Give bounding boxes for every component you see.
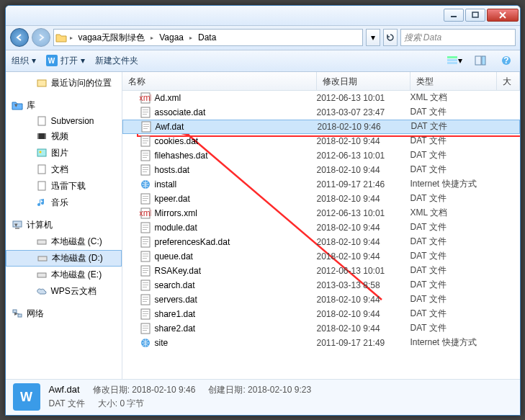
file-row[interactable]: Awf.dat2018-02-10 9:46DAT 文件 <box>122 120 520 134</box>
svg-rect-37 <box>143 126 149 127</box>
svg-rect-89 <box>143 330 147 331</box>
svg-rect-6 <box>447 62 457 64</box>
column-name[interactable]: 名称 <box>122 72 317 90</box>
file-row[interactable]: install2011-09-17 21:46Internet 快捷方式 <box>122 177 520 192</box>
sidebar-header-library[interactable]: ▾库 <box>6 97 122 114</box>
status-size: 0 字节 <box>120 398 144 408</box>
minimize-button[interactable] <box>444 9 464 22</box>
crumb-0[interactable]: vagaa无限制绿色 <box>76 32 148 44</box>
crumb-1[interactable]: Vagaa <box>156 32 187 43</box>
sidebar-item-drive-c[interactable]: 本地磁盘 (C:) <box>6 233 122 250</box>
file-row[interactable]: search.dat2013-03-13 8:58DAT 文件 <box>122 278 520 292</box>
view-options-button[interactable]: ▾ <box>447 53 462 68</box>
sidebar-item-drive-d[interactable]: 本地磁盘 (D:) <box>6 250 122 267</box>
sidebar-item-thunder[interactable]: 迅雷下载 <box>6 178 122 195</box>
file-icon: xml <box>140 207 151 219</box>
svg-rect-87 <box>143 326 148 326</box>
file-name: Ad.xml <box>155 93 181 103</box>
breadcrumb[interactable]: ▸ vagaa无限制绿色 ▸ Vagaa ▸ Data <box>53 29 363 46</box>
chevron-down-icon: ▾ <box>81 55 85 66</box>
svg-rect-4 <box>447 56 457 58</box>
svg-rect-12 <box>38 117 45 125</box>
file-date: 2018-02-10 9:44 <box>317 309 410 319</box>
crumb-2[interactable]: Data <box>195 32 219 43</box>
file-type: DAT 文件 <box>410 149 519 161</box>
new-folder-button[interactable]: 新建文件夹 <box>95 55 138 67</box>
close-button[interactable] <box>487 9 519 22</box>
back-button[interactable] <box>10 28 29 47</box>
svg-rect-45 <box>143 155 148 156</box>
preview-pane-button[interactable] <box>472 53 488 68</box>
expand-icon[interactable]: ▾ <box>14 221 18 228</box>
sidebar-item-music[interactable]: 音乐 <box>6 195 122 211</box>
expand-icon[interactable]: ▾ <box>14 102 18 109</box>
file-icon <box>140 265 151 277</box>
explorer-window: ▸ vagaa无限制绿色 ▸ Vagaa ▸ Data ▾ 搜索 Data 组织… <box>5 5 521 416</box>
file-row[interactable]: filehashes.dat2012-06-13 10:01DAT 文件 <box>122 148 520 163</box>
svg-rect-1 <box>472 12 478 17</box>
help-button[interactable]: ? <box>498 53 514 68</box>
file-list[interactable]: xmlAd.xml2012-06-13 10:01XML 文档associate… <box>122 91 520 379</box>
refresh-button[interactable] <box>383 29 398 46</box>
file-icon <box>140 193 151 205</box>
organize-menu[interactable]: 组织 ▾ <box>12 55 36 67</box>
maximize-button[interactable] <box>465 9 485 22</box>
file-type: DAT 文件 <box>410 308 519 320</box>
file-name: install <box>155 179 177 189</box>
svg-rect-15 <box>45 133 46 139</box>
chevron-right-icon: ▸ <box>70 35 73 41</box>
file-row[interactable]: cookies.dat2018-02-10 9:44DAT 文件 <box>122 134 520 148</box>
sidebar-item-videos[interactable]: 视频 <box>6 128 122 145</box>
file-row[interactable]: site2011-09-17 21:49Internet 快捷方式 <box>122 336 520 350</box>
column-type[interactable]: 类型 <box>410 72 497 90</box>
sidebar-item-drive-e[interactable]: 本地磁盘 (E:) <box>6 267 122 283</box>
sidebar-item-documents[interactable]: 文档 <box>6 161 122 178</box>
svg-rect-73 <box>143 272 147 273</box>
sidebar-item-recent[interactable]: 最近访问的位置 <box>6 75 122 91</box>
file-row[interactable]: servers.dat2018-02-10 9:44DAT 文件 <box>122 292 520 307</box>
svg-rect-42 <box>143 143 147 143</box>
file-row[interactable]: xmlAd.xml2012-06-13 10:01XML 文档 <box>122 91 520 105</box>
file-row[interactable]: share2.dat2018-02-10 9:44DAT 文件 <box>122 321 520 336</box>
column-size[interactable]: 大 <box>497 72 520 90</box>
svg-text:xml: xml <box>140 93 151 103</box>
search-input[interactable]: 搜索 Data <box>400 29 516 46</box>
file-type: DAT 文件 <box>410 279 519 291</box>
file-type: DAT 文件 <box>410 250 519 262</box>
file-row[interactable]: kpeer.dat2018-02-10 9:44DAT 文件 <box>122 192 520 206</box>
svg-rect-38 <box>143 128 148 129</box>
sidebar-item-subversion[interactable]: Subversion <box>6 114 122 128</box>
file-row[interactable]: xmlMirrors.xml2012-06-13 10:01XML 文档 <box>122 206 520 220</box>
file-name: Mirrors.xml <box>155 208 197 218</box>
file-row[interactable]: preferencesKad.dat2018-02-10 9:44DAT 文件 <box>122 235 520 249</box>
file-row[interactable]: associate.dat2013-03-07 23:47DAT 文件 <box>122 105 520 120</box>
svg-rect-80 <box>143 299 148 300</box>
open-icon: W <box>46 55 58 66</box>
open-button[interactable]: W 打开 ▾ <box>46 55 85 67</box>
sidebar-header-computer[interactable]: ▾计算机 <box>6 217 122 233</box>
svg-rect-61 <box>143 229 147 230</box>
file-row[interactable]: share1.dat2018-02-10 9:44DAT 文件 <box>122 307 520 321</box>
svg-rect-63 <box>143 239 148 240</box>
music-icon <box>36 197 48 207</box>
sidebar-item-images[interactable]: 图片 <box>6 145 122 161</box>
file-name: search.dat <box>155 280 195 290</box>
navigation-pane[interactable]: 最近访问的位置 ▾库 Subversion 视频 图片 文档 迅雷下载 音乐 ▾… <box>6 72 122 379</box>
forward-button[interactable] <box>32 28 50 47</box>
history-dropdown[interactable]: ▾ <box>366 29 380 46</box>
download-icon <box>36 181 48 191</box>
column-headers: 名称 修改日期 类型 大 <box>122 72 520 91</box>
file-type: DAT 文件 <box>410 135 519 147</box>
svg-rect-49 <box>143 169 148 170</box>
file-row[interactable]: hosts.dat2018-02-10 9:44DAT 文件 <box>122 163 520 177</box>
sidebar-item-wps[interactable]: WPS云文档 <box>6 283 122 300</box>
expand-icon[interactable]: ▸ <box>14 310 18 317</box>
file-row[interactable]: RSAKey.dat2012-06-13 10:01DAT 文件 <box>122 264 520 278</box>
file-row[interactable]: module.dat2018-02-10 9:44DAT 文件 <box>122 220 520 235</box>
svg-rect-23 <box>38 256 47 261</box>
file-icon <box>140 280 151 291</box>
file-row[interactable]: queue.dat2018-02-10 9:44DAT 文件 <box>122 249 520 264</box>
column-date[interactable]: 修改日期 <box>317 72 410 90</box>
sidebar-header-network[interactable]: ▸网络 <box>6 305 122 322</box>
image-icon <box>36 148 48 158</box>
